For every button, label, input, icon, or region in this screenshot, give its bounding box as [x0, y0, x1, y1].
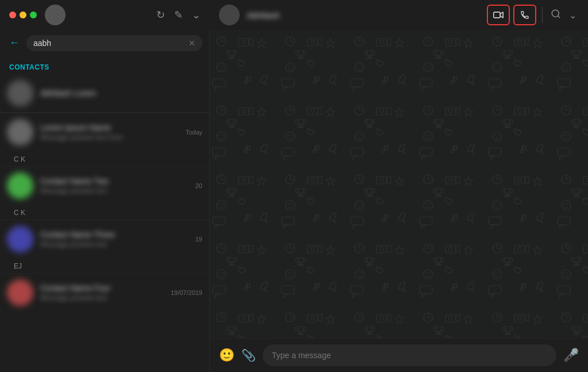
titlebar: ↻ ✎ ⌄ Abhilash	[0, 0, 588, 30]
contacts-label: CONTACTS	[9, 63, 49, 71]
svg-rect-0	[494, 12, 500, 18]
voice-call-button[interactable]	[513, 5, 536, 25]
mic-button[interactable]: 🎤	[563, 348, 579, 363]
contacts-section: CONTACTS	[0, 56, 209, 74]
chat-preview: Message preview text here	[40, 133, 179, 141]
chat-list-item[interactable]: Lorem Ipsum Name Message preview text he…	[0, 113, 209, 151]
chat-avatar-3	[7, 226, 33, 252]
chat-bg-pattern-svg	[210, 30, 588, 338]
message-input-bar: 🙂 📎 🎤	[210, 338, 588, 372]
chat-list-item-2[interactable]: Contact Name Two Message preview text 20	[0, 166, 209, 205]
chat-time-3: 19	[195, 236, 202, 243]
message-input[interactable]	[272, 351, 547, 360]
chat-name-3: Contact Name Three	[40, 230, 189, 239]
initial-label-2: C K	[0, 205, 209, 220]
minimize-button[interactable]	[20, 11, 26, 18]
chat-avatar-2	[7, 172, 33, 199]
initial-label-3: EJ	[0, 258, 209, 273]
search-bar: ← ✕	[0, 30, 209, 56]
chat-info-3: Contact Name Three Message preview text	[40, 230, 189, 248]
chat-info: Lorem Ipsum Name Message preview text he…	[40, 123, 179, 141]
emoji-button[interactable]: 🙂	[219, 348, 235, 363]
header-actions: ⌄	[487, 5, 579, 25]
user-avatar[interactable]	[45, 5, 66, 25]
chevron-down-icon[interactable]: ⌄	[192, 9, 201, 21]
titlebar-left: ↻ ✎ ⌄	[0, 5, 210, 25]
main-content: ← ✕ CONTACTS Abhilash Lorem Lorem Ipsum …	[0, 30, 588, 372]
chat-preview-2: Message preview text	[40, 187, 189, 195]
contact-avatar	[7, 80, 33, 106]
chat-name-4: Contact Name Four	[40, 283, 164, 293]
contact-header-name: Abhilash	[247, 10, 280, 20]
chat-time: Today	[186, 129, 202, 136]
contact-item[interactable]: Abhilash Lorem	[0, 74, 209, 112]
options-chevron-icon[interactable]: ⌄	[567, 7, 579, 23]
titlebar-right: Abhilash ⌄	[210, 5, 588, 25]
section-initial-2: C K	[7, 206, 32, 219]
chat-area: 🙂 📎 🎤	[210, 30, 588, 372]
contact-name: Abhilash Lorem	[40, 89, 202, 98]
section-initial: C K	[7, 153, 32, 166]
chat-avatar	[7, 119, 33, 145]
section-initial-3: EJ	[7, 260, 29, 273]
header-divider	[542, 7, 543, 23]
search-input-wrap: ✕	[26, 35, 202, 51]
search-input[interactable]	[33, 39, 189, 48]
chat-time-2: 20	[195, 182, 202, 189]
attachment-button[interactable]: 📎	[241, 348, 256, 362]
sync-icon[interactable]: ↻	[156, 9, 165, 21]
traffic-lights	[9, 11, 37, 18]
contact-info: Abhilash Lorem	[40, 89, 202, 98]
search-clear-icon[interactable]: ✕	[189, 39, 195, 48]
chat-info-4: Contact Name Four Message preview text	[40, 283, 164, 302]
svg-rect-15	[210, 30, 588, 338]
chat-info-2: Contact Name Two Message preview text	[40, 177, 189, 195]
chat-name-2: Contact Name Two	[40, 177, 189, 186]
chat-name: Lorem Ipsum Name	[40, 123, 179, 132]
message-input-wrap	[263, 344, 556, 366]
chat-list-item-3[interactable]: Contact Name Three Message preview text …	[0, 220, 209, 258]
video-call-button[interactable]	[487, 5, 510, 25]
close-button[interactable]	[9, 11, 16, 18]
chat-preview-4: Message preview text	[40, 294, 164, 302]
chat-preview-3: Message preview text	[40, 240, 189, 248]
maximize-button[interactable]	[30, 11, 37, 18]
back-button[interactable]: ←	[7, 34, 22, 51]
contact-header-avatar	[219, 5, 240, 25]
chat-list-item-4[interactable]: Contact Name Four Message preview text 1…	[0, 273, 209, 312]
sidebar: ← ✕ CONTACTS Abhilash Lorem Lorem Ipsum …	[0, 30, 210, 372]
chat-avatar-4	[7, 279, 33, 306]
search-button[interactable]	[548, 6, 563, 24]
titlebar-icons: ↻ ✎ ⌄	[156, 9, 201, 21]
chat-time-4: 19/07/2019	[171, 289, 202, 296]
chat-background	[210, 30, 588, 338]
compose-icon[interactable]: ✎	[174, 9, 183, 21]
initial-label-1: C K	[0, 151, 209, 166]
